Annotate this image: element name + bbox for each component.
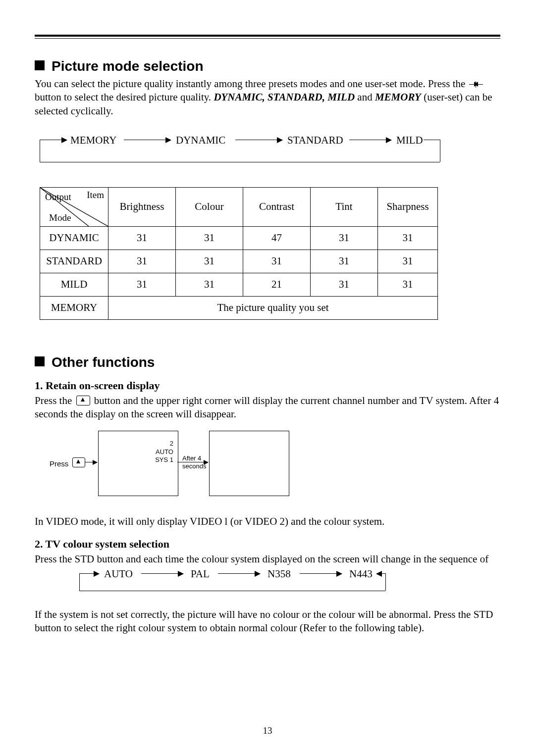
sub-colour-system: 2. TV colour system selection — [35, 538, 500, 551]
arrow-icon — [349, 140, 391, 140]
cycle-standard: STANDARD — [287, 134, 343, 147]
cell: 31 — [108, 226, 176, 250]
cycle-line — [79, 573, 80, 591]
section-title-other-functions: Other functions — [35, 354, 500, 370]
colour-system-cycle-diagram: AUTO PAL N358 N443 — [79, 568, 386, 596]
cycle-line — [385, 573, 386, 591]
col-contrast: Contrast — [243, 187, 311, 226]
arrow-icon — [79, 573, 99, 574]
cell: 31 — [311, 226, 378, 250]
osd-illustration: Press 2 AUTO SYS 1 After 4 seconds — [50, 431, 500, 500]
cycle-line — [440, 140, 440, 162]
cycle-n443: N443 — [349, 568, 373, 580]
arrow-icon — [85, 462, 97, 462]
row-name: DYNAMIC — [40, 226, 108, 250]
picture-mode-table: Item Output Mode Brightness Colour Contr… — [40, 187, 438, 320]
colour-system-paragraph: Press the STD button and each time the c… — [35, 553, 500, 566]
table-row: STANDARD 31 31 31 31 31 — [40, 250, 438, 273]
picture-mode-cycle-diagram: MEMORY DYNAMIC STANDARD MILD — [40, 133, 441, 167]
table-diag-header: Item Output Mode — [40, 188, 108, 226]
p1a: Press the — [35, 395, 75, 406]
p1b: button and the upper right corner will d… — [35, 395, 499, 420]
intro-c: and — [355, 91, 375, 103]
arrow-icon — [40, 140, 67, 140]
arrow-icon — [218, 573, 260, 574]
page-number: 13 — [0, 725, 535, 736]
manual-page: Picture mode selection You can select th… — [0, 0, 535, 756]
osd-line: 2 — [148, 440, 173, 448]
tv-screen-box — [209, 431, 289, 496]
section-title-picture-mode: Picture mode selection — [35, 58, 500, 74]
heading-text: Other functions — [52, 354, 155, 370]
cell: 31 — [176, 226, 243, 250]
cycle-line — [40, 162, 440, 162]
top-rule — [35, 35, 500, 39]
picture-mode-button-icon — [469, 81, 483, 89]
arrow-icon — [124, 140, 171, 140]
diag-mode: Mode — [49, 212, 71, 223]
video-mode-note: In VIDEO mode, it will only display VIDE… — [35, 515, 500, 528]
cell: 31 — [311, 273, 378, 296]
cell: 31 — [108, 250, 176, 273]
memory-row-text: The picture quality you set — [108, 296, 438, 319]
osd-text: 2 AUTO SYS 1 — [148, 440, 173, 464]
press-label: Press — [50, 459, 68, 468]
cycle-dynamic: DYNAMIC — [176, 134, 225, 147]
cell: 31 — [378, 250, 438, 273]
row-name: MEMORY — [40, 296, 108, 319]
cell: 31 — [243, 250, 311, 273]
cycle-pal: PAL — [191, 568, 210, 580]
intro-a: You can select the picture quality insta… — [35, 78, 465, 90]
cell: 31 — [108, 273, 176, 296]
cycle-line — [424, 140, 440, 140]
cell: 31 — [176, 273, 243, 296]
cycle-memory: MEMORY — [70, 134, 116, 147]
display-button-icon — [76, 396, 90, 405]
col-brightness: Brightness — [108, 187, 176, 226]
osd-line: SYS 1 — [148, 456, 173, 464]
square-bullet-icon — [35, 356, 45, 366]
colour-system-note: If the system is not set correctly, the … — [35, 608, 500, 635]
osd-line: AUTO — [148, 448, 173, 456]
table-row: DYNAMIC 31 31 47 31 31 — [40, 226, 438, 250]
arrow-icon — [177, 462, 208, 462]
arrow-icon — [235, 140, 282, 140]
intro-paragraph: You can select the picture quality insta… — [35, 77, 500, 118]
row-name: STANDARD — [40, 250, 108, 273]
diag-item: Item — [87, 190, 104, 201]
arrow-icon — [300, 573, 342, 574]
cell: 31 — [311, 250, 378, 273]
cell: 47 — [243, 226, 311, 250]
display-button-icon — [72, 457, 85, 467]
table-row: MEMORY The picture quality you set — [40, 296, 438, 319]
modes-list: DYNAMIC, STANDARD, MILD — [214, 91, 355, 103]
col-tint: Tint — [311, 187, 378, 226]
retain-osd-paragraph: Press the button and the upper right cor… — [35, 394, 500, 421]
cell: 21 — [243, 273, 311, 296]
cycle-line — [79, 591, 385, 591]
cycle-auto: AUTO — [104, 568, 133, 580]
diag-output: Output — [45, 192, 71, 202]
arrow-icon — [376, 573, 385, 574]
row-name: MILD — [40, 273, 108, 296]
col-sharpness: Sharpness — [378, 187, 438, 226]
cycle-line — [40, 140, 40, 162]
cell: 31 — [378, 226, 438, 250]
arrow-icon — [141, 573, 183, 574]
col-colour: Colour — [176, 187, 243, 226]
intro-b: button to select the desired picture qua… — [35, 91, 211, 103]
table-row: MILD 31 31 21 31 31 — [40, 273, 438, 296]
heading-text: Picture mode selection — [52, 58, 204, 74]
cycle-n358: N358 — [268, 568, 291, 580]
sub-retain-osd: 1. Retain on-screen display — [35, 379, 500, 392]
memory-word: MEMORY — [375, 91, 421, 103]
cell: 31 — [176, 250, 243, 273]
square-bullet-icon — [35, 60, 45, 70]
cell: 31 — [378, 273, 438, 296]
cycle-mild: MILD — [396, 134, 423, 147]
